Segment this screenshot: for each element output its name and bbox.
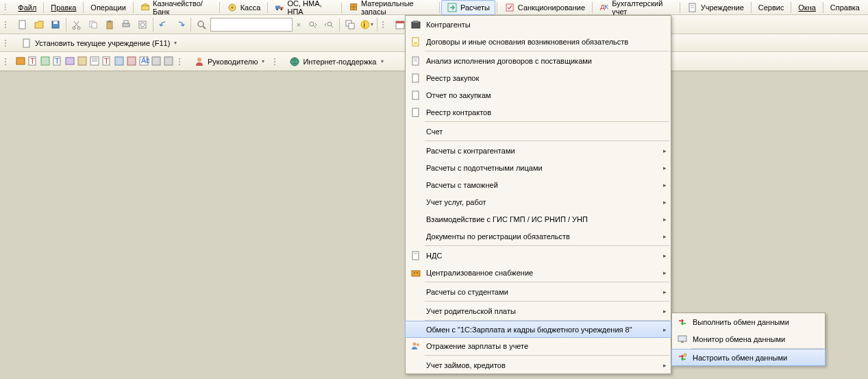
find-next-button[interactable] (305, 17, 320, 32)
menu-edit[interactable]: Правка (45, 1, 82, 14)
menu-item-salary-reflection[interactable]: Отражение зарплаты в учете (406, 337, 671, 354)
menu-item-services[interactable]: Учет услуг, работ (406, 193, 671, 210)
menu-item-exchange-1c[interactable]: Обмен с "1С:Зарплата и кадры бюджетного … (405, 321, 671, 338)
menu-treasury[interactable]: Казначейство/Банк (135, 0, 218, 18)
svg-rect-34 (124, 21, 128, 23)
nav-btn-10[interactable] (126, 56, 137, 68)
svg-point-22 (5, 24, 6, 25)
svg-rect-96 (412, 91, 419, 99)
print-button[interactable] (119, 17, 134, 32)
svg-rect-26 (53, 21, 58, 24)
menu-item-contracts-registry[interactable]: Реестр контрактов (406, 103, 671, 121)
svg-rect-49 (396, 21, 404, 23)
menu-operations[interactable]: Операции (85, 1, 131, 14)
nav-btn-3[interactable] (40, 56, 51, 68)
svg-point-83 (274, 61, 275, 62)
svg-rect-65 (66, 58, 74, 64)
grip-icon (3, 56, 14, 67)
menu-sanction[interactable]: Санкционирование (499, 0, 591, 15)
svg-rect-33 (123, 23, 129, 27)
windows-button[interactable] (343, 17, 358, 32)
search-input[interactable] (210, 18, 293, 32)
menu-item-contragents[interactable]: Контрагенты (406, 16, 671, 33)
grip-icon (3, 38, 14, 49)
support-button[interactable]: Интернет-поддержка▾ (284, 54, 388, 69)
menu-item-loans[interactable]: Учет займов, кредитов (406, 356, 671, 374)
menu-item-students[interactable]: Расчеты со студентами (406, 283, 671, 300)
menu-institution[interactable]: Учреждение (682, 0, 749, 15)
menu-os[interactable]: ОС, НМА, НПА (269, 0, 339, 18)
menu-item-contragent-settlements[interactable]: Расчеты с контрагентами (406, 142, 671, 159)
new-doc-button[interactable] (15, 17, 30, 32)
svg-point-45 (382, 21, 384, 23)
menu-item-vat[interactable]: НДС (406, 247, 671, 264)
menu-item-purchase-report[interactable]: Отчет по закупкам (406, 86, 671, 103)
open-button[interactable] (32, 17, 47, 32)
cut-button[interactable] (69, 17, 84, 32)
svg-rect-73 (127, 57, 136, 65)
nav-btn-11[interactable]: Ab (138, 56, 149, 68)
nav-btn-2[interactable]: T (27, 56, 38, 68)
menu-item-contracts[interactable]: Договоры и иные основания возникновения … (406, 33, 671, 50)
menu-item-parent-fees[interactable]: Учет родительской платы (406, 302, 671, 319)
nav-btn-13[interactable] (163, 56, 174, 68)
svg-rect-76 (152, 57, 160, 65)
search-clear-button[interactable]: × (294, 17, 303, 32)
menu-item-invoice[interactable]: Счет (406, 123, 671, 140)
svg-rect-62 (41, 57, 49, 65)
svg-rect-3 (142, 5, 149, 10)
arrow-in-icon (447, 2, 458, 13)
svg-rect-8 (280, 7, 283, 9)
menu-file[interactable]: Файл (12, 1, 42, 14)
svg-point-82 (274, 58, 275, 60)
manager-button[interactable]: Руководителю▾ (189, 54, 269, 69)
menu-item-centralized[interactable]: Централизованное снабжение (406, 264, 671, 281)
menu-kassa[interactable]: Касса (221, 0, 266, 15)
menu-windows[interactable]: Окна (793, 1, 821, 14)
svg-rect-91 (414, 42, 417, 45)
svg-point-57 (5, 61, 6, 62)
submenu-configure-exchange[interactable]: Настроить обмен данными (671, 349, 826, 366)
undo-button[interactable] (156, 17, 171, 32)
nav-btn-7[interactable] (89, 56, 100, 68)
menu-item-purchase-registry[interactable]: Реестр закупок (406, 69, 671, 86)
svg-rect-97 (412, 108, 419, 117)
menu-help[interactable]: Справка (825, 1, 865, 14)
menu-item-accountable-settlements[interactable]: Расчеты с подотчетными лицами (406, 159, 671, 176)
submenu-exchange-monitor[interactable]: Монитор обмена данными (672, 330, 825, 347)
menu-item-customs-settlements[interactable]: Расчеты с таможней (406, 176, 671, 193)
menu-item-obligation-docs[interactable]: Документы по регистрации обязательств (406, 228, 671, 245)
find-button[interactable] (194, 17, 209, 32)
globe-icon (289, 56, 300, 67)
nav-btn-1[interactable] (15, 56, 26, 68)
nav-btn-4[interactable]: T (52, 56, 63, 68)
save-button[interactable] (48, 17, 63, 32)
svg-rect-30 (92, 23, 97, 28)
nav-btn-8[interactable]: T (101, 56, 112, 68)
set-institution-button[interactable]: Установить текущее учреждение (F11) ▾ (16, 36, 182, 51)
paste-button[interactable] (102, 17, 117, 32)
help-button[interactable]: i▾ (359, 17, 374, 32)
submenu-execute-exchange[interactable]: Выполнить обмен данными (672, 313, 825, 330)
menu-item-gis[interactable]: Взаимодействие с ГИС ГМП / ИС РНИП / УНП (406, 210, 671, 228)
menu-service[interactable]: Сервис (753, 1, 790, 14)
menu-calc[interactable]: Расчеты (441, 0, 495, 15)
menu-item-contract-analysis[interactable]: Анализ исполнения договоров с поставщика… (406, 52, 671, 69)
copy-button[interactable] (86, 17, 101, 32)
svg-rect-24 (19, 21, 25, 29)
nav-btn-6[interactable] (77, 56, 88, 68)
svg-point-21 (5, 21, 6, 23)
nav-btn-9[interactable] (114, 56, 125, 68)
svg-text:i: i (364, 21, 365, 29)
svg-text:Ab: Ab (141, 56, 149, 64)
redo-button[interactable] (173, 17, 188, 32)
svg-text:К: К (604, 2, 608, 10)
svg-point-46 (382, 24, 384, 25)
svg-rect-42 (349, 23, 354, 29)
nav-btn-12[interactable] (151, 56, 162, 68)
nav-btn-5[interactable] (64, 56, 75, 68)
calc-dropdown-menu: Контрагенты Договоры и иные основания во… (405, 15, 671, 374)
svg-rect-95 (412, 74, 419, 82)
preview-button[interactable] (135, 17, 150, 32)
find-prev-button[interactable] (321, 17, 336, 32)
